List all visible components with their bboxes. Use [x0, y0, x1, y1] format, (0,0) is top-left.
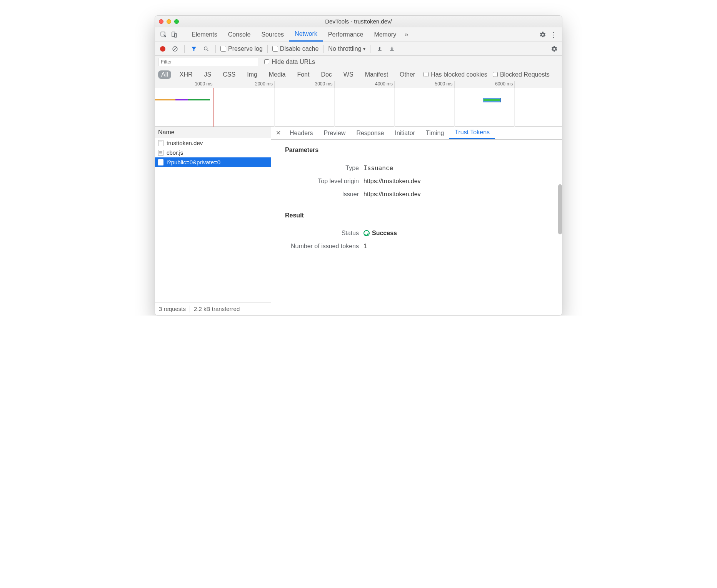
type-manifest[interactable]: Manifest	[362, 70, 391, 79]
type-doc[interactable]: Doc	[318, 70, 335, 79]
request-name: trusttoken.dev	[167, 140, 203, 146]
type-css[interactable]: CSS	[220, 70, 238, 79]
request-name: cbor.js	[167, 149, 183, 156]
tab-memory[interactable]: Memory	[369, 27, 402, 42]
timeline-bar	[155, 99, 175, 100]
timeline-bar	[175, 99, 188, 100]
detail-panel: ✕ Headers Preview Response Initiator Tim…	[271, 127, 562, 257]
type-media[interactable]: Media	[266, 70, 289, 79]
request-list-panel: Name trusttoken.dev cbor.js i?public=0&p…	[155, 127, 271, 315]
kv-key: Number of issued tokens	[271, 243, 364, 250]
detail-tab-timing[interactable]: Timing	[420, 127, 449, 139]
tab-network[interactable]: Network	[289, 27, 323, 42]
window-title: DevTools - trusttoken.dev/	[155, 18, 562, 25]
timeline-tick-label: 6000 ms	[495, 81, 514, 87]
more-menu-icon[interactable]: ⋮	[548, 29, 559, 40]
network-main: Name trusttoken.dev cbor.js i?public=0&p…	[155, 127, 562, 315]
network-toolbar: Preserve log Disable cache No throttling	[155, 42, 562, 56]
preserve-log-checkbox[interactable]: Preserve log	[220, 45, 263, 52]
scrollbar[interactable]	[558, 184, 562, 234]
request-row-selected[interactable]: i?public=0&private=0	[155, 157, 271, 167]
type-all[interactable]: All	[158, 70, 171, 79]
name-column-header[interactable]: Name	[155, 127, 271, 138]
timeline[interactable]: 1000 ms 2000 ms 3000 ms 4000 ms 5000 ms …	[155, 81, 562, 127]
filter-icon[interactable]	[189, 44, 198, 53]
svg-point-5	[204, 47, 207, 50]
detail-tab-initiator[interactable]: Initiator	[389, 127, 420, 139]
network-settings-icon[interactable]	[550, 44, 559, 53]
request-name: i?public=0&private=0	[167, 159, 220, 165]
tab-console[interactable]: Console	[223, 27, 256, 42]
download-har-icon[interactable]	[387, 44, 397, 53]
clear-button[interactable]	[170, 44, 180, 53]
main-tab-bar: Elements Console Sources Network Perform…	[155, 27, 562, 42]
detail-tab-preview[interactable]: Preview	[318, 127, 351, 139]
detail-tab-trust-tokens[interactable]: Trust Tokens	[449, 127, 495, 139]
timeline-tick-label: 5000 ms	[435, 81, 454, 87]
blocked-requests-checkbox[interactable]: Blocked Requests	[493, 71, 550, 78]
kv-value: https://trusttoken.dev	[364, 191, 421, 198]
kv-row-type: Type Issuance	[271, 161, 562, 175]
svg-line-6	[207, 49, 208, 51]
svg-line-4	[173, 47, 177, 50]
section-title: Result	[271, 212, 562, 219]
timeline-tick-label: 1000 ms	[195, 81, 214, 87]
type-js[interactable]: JS	[201, 70, 215, 79]
divider	[183, 30, 183, 39]
request-row[interactable]: trusttoken.dev	[155, 138, 271, 148]
kv-row-status: Status Success	[271, 227, 562, 240]
record-button[interactable]	[158, 44, 167, 53]
kv-key: Top level origin	[271, 178, 364, 185]
hide-data-urls-checkbox[interactable]: Hide data URLs	[264, 58, 315, 65]
detail-tab-response[interactable]: Response	[351, 127, 389, 139]
status-footer: 3 requests 2.2 kB transferred	[155, 302, 271, 315]
svg-rect-8	[390, 50, 394, 51]
divider	[323, 45, 323, 53]
tabs-overflow[interactable]: »	[402, 27, 411, 42]
tab-elements[interactable]: Elements	[186, 27, 223, 42]
timeline-tick-label: 4000 ms	[375, 81, 394, 87]
type-ws[interactable]: WS	[340, 70, 357, 79]
search-icon[interactable]	[202, 44, 211, 53]
kv-row-issuer: Issuer https://trusttoken.dev	[271, 188, 562, 201]
kv-value: Success	[372, 230, 397, 237]
parameters-section: Parameters Type Issuance Top level origi…	[271, 140, 562, 205]
timeline-bar	[483, 98, 501, 102]
timeline-bar	[188, 99, 210, 100]
kv-key: Type	[271, 165, 364, 172]
type-img[interactable]: Img	[244, 70, 260, 79]
preserve-log-label: Preserve log	[228, 45, 263, 52]
divider	[190, 306, 190, 312]
timeline-cursor	[213, 88, 213, 127]
close-detail-button[interactable]: ✕	[273, 129, 283, 137]
tab-performance[interactable]: Performance	[323, 27, 369, 42]
request-row[interactable]: cbor.js	[155, 148, 271, 157]
detail-tab-bar: ✕ Headers Preview Response Initiator Tim…	[271, 127, 562, 140]
inspect-element-icon[interactable]	[158, 29, 169, 40]
tab-sources[interactable]: Sources	[256, 27, 289, 42]
throttling-value: No throttling	[328, 45, 361, 52]
upload-har-icon[interactable]	[375, 44, 384, 53]
detail-tab-headers[interactable]: Headers	[284, 127, 318, 139]
device-toolbar-icon[interactable]	[169, 29, 180, 40]
divider	[267, 45, 268, 53]
divider	[184, 45, 185, 53]
success-icon	[364, 230, 370, 236]
kv-value: Issuance	[364, 164, 393, 172]
type-xhr[interactable]: XHR	[177, 70, 196, 79]
settings-icon[interactable]	[537, 29, 548, 40]
titlebar: DevTools - trusttoken.dev/	[155, 16, 562, 27]
type-font[interactable]: Font	[294, 70, 312, 79]
timeline-tick-label: 2000 ms	[255, 81, 274, 87]
has-blocked-cookies-checkbox[interactable]: Has blocked cookies	[424, 71, 487, 78]
section-title: Parameters	[271, 147, 562, 154]
filter-row: Hide data URLs	[155, 56, 562, 68]
disable-cache-label: Disable cache	[280, 45, 319, 52]
type-other[interactable]: Other	[397, 70, 418, 79]
disable-cache-checkbox[interactable]: Disable cache	[272, 45, 319, 52]
types-row: All XHR JS CSS Img Media Font Doc WS Man…	[155, 68, 562, 81]
throttling-select[interactable]: No throttling	[328, 45, 365, 52]
document-icon	[158, 159, 163, 165]
request-list: trusttoken.dev cbor.js i?public=0&privat…	[155, 138, 271, 302]
filter-input[interactable]	[158, 58, 258, 66]
